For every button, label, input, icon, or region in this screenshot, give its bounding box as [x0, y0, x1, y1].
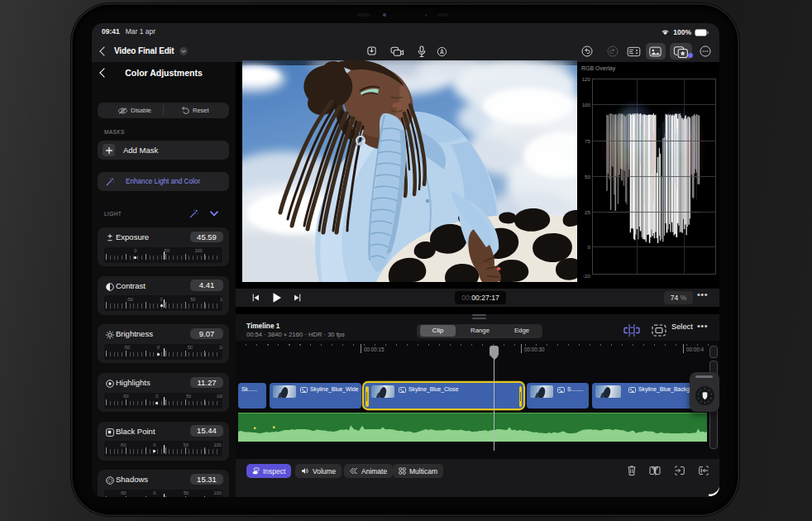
- svg-text:0: 0: [588, 244, 591, 250]
- svg-text:120: 120: [582, 76, 591, 82]
- svg-text:25: 25: [585, 209, 590, 215]
- svg-text:100: 100: [582, 102, 591, 108]
- svg-text:-20: -20: [583, 273, 591, 279]
- svg-text:50: 50: [585, 174, 590, 179]
- svg-text:75: 75: [585, 138, 590, 144]
